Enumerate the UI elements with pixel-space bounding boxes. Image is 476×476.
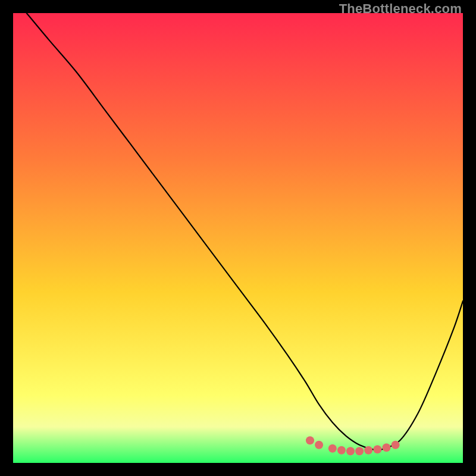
optimal-dot [328,444,337,453]
optimal-dot [373,445,381,453]
optimal-dot [337,446,346,455]
optimal-dot [346,447,355,455]
watermark-text: TheBottleneck.com [339,1,462,17]
plot-frame [13,13,463,463]
optimal-dot [315,441,323,449]
optimal-dot [392,441,400,449]
optimal-dot [383,443,391,452]
optimal-dot [355,447,364,455]
optimal-dot [364,446,372,455]
gradient-background [13,13,463,463]
optimal-dot [306,436,314,444]
bottleneck-chart [13,13,463,463]
